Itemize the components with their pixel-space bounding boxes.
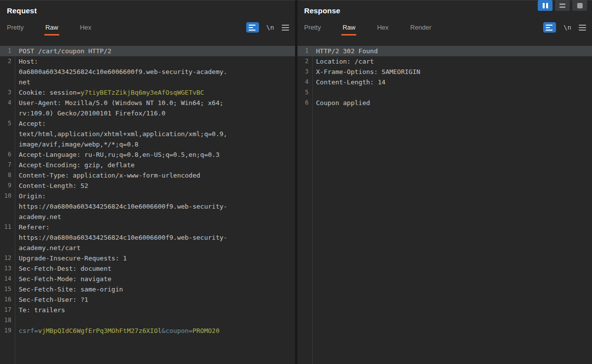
request-panel: Request Pretty Raw Hex \n 1POST /cart/co… xyxy=(0,0,295,364)
line-number: 19 xyxy=(0,326,15,336)
message-editor-split: Request Pretty Raw Hex \n 1POST /cart/co… xyxy=(0,0,592,364)
code-row: 13Sec-Fetch-Dest: document xyxy=(0,263,295,274)
code-text: Sec-Fetch-User: ?1 xyxy=(15,294,88,305)
line-number: 4 xyxy=(0,98,15,108)
line-number: 3 xyxy=(297,67,312,77)
response-tab-pretty[interactable]: Pretty xyxy=(304,24,321,36)
response-tab-render[interactable]: Render xyxy=(410,24,432,36)
line-number xyxy=(0,77,15,87)
code-row: 4Content-Length: 14 xyxy=(297,77,592,87)
request-title: Request xyxy=(7,6,289,15)
code-text: HTTP/2 302 Found xyxy=(312,46,378,56)
response-editor[interactable]: 1HTTP/2 302 Found2Location: /cart3X-Fram… xyxy=(297,46,592,364)
code-text: Content-Length: 14 xyxy=(312,77,386,87)
code-row: 16Sec-Fetch-User: ?1 xyxy=(0,294,295,305)
line-number xyxy=(0,201,15,212)
line-number: 15 xyxy=(0,284,15,294)
code-text: X-Frame-Options: SAMEORIGIN xyxy=(312,67,420,77)
layout-rows-icon[interactable] xyxy=(555,0,570,11)
line-number: 7 xyxy=(0,160,15,170)
line-number: 3 xyxy=(0,87,15,98)
code-text: Cookie: session=y7tiyBETzZikjBq6my3eAfOs… xyxy=(15,87,204,98)
code-row: net xyxy=(0,77,295,87)
response-tab-hex[interactable]: Hex xyxy=(377,24,388,36)
editor-menu-icon[interactable] xyxy=(282,25,289,31)
editor-menu-icon[interactable] xyxy=(579,25,586,31)
wrap-lines-icon[interactable] xyxy=(246,22,259,33)
code-text xyxy=(15,315,19,326)
line-number: 12 xyxy=(0,253,15,263)
line-number: 6 xyxy=(0,149,15,160)
show-newlines-icon[interactable]: \n xyxy=(266,24,274,31)
request-editor[interactable]: 1POST /cart/coupon HTTP/22Host:0a6800a60… xyxy=(0,46,295,364)
code-text: Sec-Fetch-Dest: document xyxy=(15,263,111,274)
code-row: https://0a6800a603434256824c10e6006600f9… xyxy=(0,232,295,243)
code-text: academy.net/cart xyxy=(15,243,80,253)
line-number: 10 xyxy=(0,191,15,201)
response-tab-raw[interactable]: Raw xyxy=(342,24,355,36)
request-tab-pretty[interactable]: Pretty xyxy=(7,24,24,36)
code-row: academy.net xyxy=(0,212,295,222)
code-text: Sec-Fetch-Site: same-origin xyxy=(15,284,123,294)
line-number: 4 xyxy=(297,77,312,87)
code-text: Coupon applied xyxy=(312,98,370,108)
code-row: 3Cookie: session=y7tiyBETzZikjBq6my3eAfO… xyxy=(0,87,295,98)
line-number: 16 xyxy=(0,294,15,305)
code-row: image/avif,image/webp,*/*;q=0.8 xyxy=(0,139,295,149)
code-row: https://0a6800a603434256824c10e6006600f9… xyxy=(0,201,295,212)
response-editor-icons: \n xyxy=(543,22,586,36)
line-number xyxy=(0,139,15,149)
layout-columns-icon[interactable] xyxy=(538,0,553,11)
code-row: 15Sec-Fetch-Site: same-origin xyxy=(0,284,295,294)
code-text: academy.net xyxy=(15,212,61,222)
layout-buttons xyxy=(538,0,587,11)
code-row: 19csrf=vjMBpQIdC6WgfErPq3MOhFtM27z6XIOl&… xyxy=(0,326,295,336)
line-number: 5 xyxy=(297,87,312,98)
line-number: 5 xyxy=(0,118,15,129)
request-editor-icons: \n xyxy=(246,22,289,36)
line-number: 17 xyxy=(0,305,15,315)
layout-single-icon[interactable] xyxy=(572,0,587,11)
code-row: 17Te: trailers xyxy=(0,305,295,315)
code-text: User-Agent: Mozilla/5.0 (Windows NT 10.0… xyxy=(15,98,223,108)
show-newlines-icon[interactable]: \n xyxy=(563,24,571,31)
code-row: 9Content-Length: 52 xyxy=(0,181,295,191)
line-number: 14 xyxy=(0,274,15,284)
request-tab-raw[interactable]: Raw xyxy=(45,24,58,36)
code-row: 3X-Frame-Options: SAMEORIGIN xyxy=(297,67,592,77)
response-panel: Response Pretty Raw Hex Render \n 1HTTP/… xyxy=(297,0,592,364)
line-number: 13 xyxy=(0,263,15,274)
line-number: 6 xyxy=(297,98,312,108)
request-tab-hex[interactable]: Hex xyxy=(80,24,91,36)
code-text: Content-Length: 52 xyxy=(15,181,88,191)
line-number: 18 xyxy=(0,315,15,326)
code-row: 14Sec-Fetch-Mode: navigate xyxy=(0,274,295,284)
code-text: Host: xyxy=(15,56,38,67)
code-row: 12Upgrade-Insecure-Requests: 1 xyxy=(0,253,295,263)
code-text: net xyxy=(15,77,30,87)
code-text: Origin: xyxy=(15,191,46,201)
line-number: 9 xyxy=(0,181,15,191)
code-text: text/html,application/xhtml+xml,applicat… xyxy=(15,129,227,139)
code-text: Sec-Fetch-Mode: navigate xyxy=(15,274,111,284)
code-row: 5 xyxy=(297,87,592,98)
line-number: 11 xyxy=(0,222,15,232)
line-number: 1 xyxy=(297,46,312,56)
line-number xyxy=(0,212,15,222)
line-number xyxy=(0,243,15,253)
wrap-lines-icon[interactable] xyxy=(543,22,556,33)
code-row: 6Accept-Language: ru-RU,ru;q=0.8,en-US;q… xyxy=(0,149,295,160)
code-text: Accept-Language: ru-RU,ru;q=0.8,en-US;q=… xyxy=(15,149,220,160)
line-number: 2 xyxy=(0,56,15,67)
line-number xyxy=(0,108,15,118)
request-header: Request Pretty Raw Hex \n xyxy=(0,0,295,46)
code-text: Accept: xyxy=(15,118,46,129)
code-text xyxy=(312,87,316,98)
code-row: rv:109.0) Gecko/20100101 Firefox/116.0 xyxy=(0,108,295,118)
code-text: Te: trailers xyxy=(15,305,65,315)
code-row: 8Content-Type: application/x-www-form-ur… xyxy=(0,170,295,181)
code-row: 5Accept: xyxy=(0,118,295,129)
request-tabs: Pretty Raw Hex \n xyxy=(7,21,289,36)
line-number xyxy=(0,67,15,77)
code-text: POST /cart/coupon HTTP/2 xyxy=(15,46,111,56)
